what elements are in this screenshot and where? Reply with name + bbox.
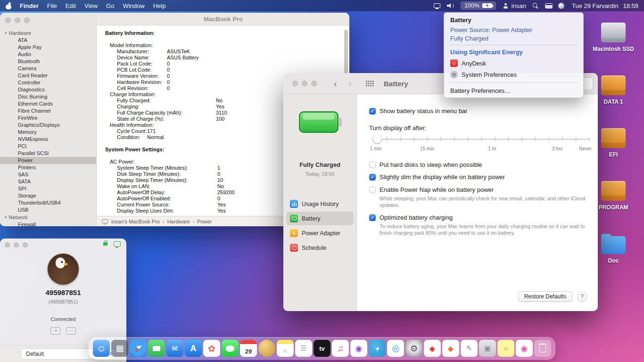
control-center-icon[interactable] (545, 3, 552, 9)
siri-icon[interactable] (558, 3, 564, 9)
tree-item[interactable]: ATA (0, 37, 96, 44)
dock-icon[interactable] (203, 340, 220, 357)
tree-item[interactable]: SPI (0, 185, 96, 192)
disclosure-triangle-icon[interactable] (5, 29, 7, 37)
tree-item[interactable]: Diagnostics (0, 86, 96, 93)
tree-item[interactable]: Apple Pay (0, 44, 96, 51)
desktop-icon[interactable]: Macintosh SSD (590, 23, 636, 52)
anydesk-titlebar[interactable] (0, 239, 126, 251)
sidebar-item[interactable]: Power Adapter (286, 226, 354, 240)
slider-knob[interactable] (373, 135, 381, 143)
anydesk-tray-icon[interactable] (434, 3, 440, 8)
help-button[interactable]: ? (577, 292, 587, 302)
menu-bar-date[interactable]: Tue 29 Farvardin (572, 2, 619, 9)
zoom-button[interactable] (24, 17, 30, 23)
file-transfer-icon[interactable] (50, 327, 60, 335)
tree-section-network[interactable]: Network (0, 214, 96, 221)
dock-icon[interactable] (405, 340, 422, 357)
checkbox-show-battery-status[interactable] (369, 108, 376, 115)
tree-item[interactable]: FireWire (0, 115, 96, 122)
minimize-button[interactable] (14, 242, 19, 247)
menu-item[interactable]: Go (106, 2, 114, 9)
tree-item[interactable]: Disc Burning (0, 93, 96, 100)
dock-icon[interactable] (295, 340, 312, 357)
dock-icon[interactable] (258, 340, 275, 357)
slider-track[interactable] (373, 139, 590, 140)
dock-icon[interactable] (148, 340, 165, 357)
checkbox-hard-disks-sleep[interactable] (369, 162, 376, 168)
close-button[interactable] (292, 81, 298, 86)
energy-app-item[interactable]: System Preferences (444, 69, 583, 80)
energy-app-item[interactable]: AnyDesk (444, 58, 583, 69)
menu-item[interactable]: Edit (66, 2, 76, 9)
tree-item[interactable]: Bluetooth (0, 58, 96, 65)
dock-icon[interactable] (534, 340, 551, 357)
menu-item[interactable]: Help (153, 2, 166, 9)
app-menu-name[interactable]: Finder (20, 2, 39, 9)
tree-item[interactable]: Card Reader (0, 72, 96, 79)
dock-icon[interactable] (497, 340, 514, 357)
tree-item[interactable]: Memory (0, 129, 96, 136)
spotlight-icon[interactable] (533, 3, 538, 8)
dock-icon[interactable] (111, 340, 128, 357)
dock-icon[interactable] (369, 340, 386, 357)
minimize-button[interactable] (302, 81, 307, 86)
tree-item[interactable]: Camera (0, 65, 96, 72)
tree-item[interactable]: USB (0, 206, 96, 214)
tree-item[interactable]: NVMExpress (0, 136, 96, 143)
tree-item[interactable]: Ethernet Cards (0, 100, 96, 107)
tree-item[interactable]: Parallel SCSI (0, 150, 96, 157)
dock-icon[interactable] (424, 340, 441, 357)
tree-item[interactable]: SAS (0, 171, 96, 178)
close-button[interactable] (5, 242, 10, 247)
chat-icon[interactable] (66, 327, 76, 335)
checkbox-optimized-charging[interactable] (369, 214, 376, 221)
sidebar-item[interactable]: Battery (286, 212, 354, 225)
tree-item[interactable]: Power (0, 157, 96, 164)
tree-item[interactable]: Printers (0, 164, 96, 171)
menu-bar-clock[interactable]: 18:59 (623, 2, 638, 9)
menu-item[interactable]: Window (123, 2, 144, 9)
dock-icon[interactable] (277, 340, 294, 357)
dock-icon[interactable] (516, 340, 533, 357)
battery-status-menu-extra[interactable]: 100% (461, 1, 496, 10)
apple-menu-icon[interactable] (6, 2, 11, 9)
zoom-button[interactable] (23, 242, 28, 247)
breadcrumb-item[interactable]: insan's MacBook Pro (111, 219, 165, 224)
tree-item[interactable]: Thunderbolt/USB4 (0, 199, 96, 206)
dock-icon[interactable] (93, 340, 110, 357)
breadcrumb-item[interactable]: Hardware (167, 219, 194, 224)
dock-icon[interactable] (350, 340, 367, 357)
tree-item[interactable]: Fibre Channel (0, 107, 96, 115)
dock-icon[interactable]: 29 (240, 340, 257, 357)
minimize-button[interactable] (15, 17, 20, 23)
checkbox-power-nap[interactable] (369, 187, 376, 193)
tree-item[interactable]: Graphics/Displays (0, 122, 96, 129)
dock-icon[interactable] (222, 340, 239, 357)
tree-item[interactable]: Controller (0, 79, 96, 86)
dock-icon[interactable] (130, 340, 147, 357)
dock-icon[interactable] (479, 340, 496, 357)
tree-item[interactable]: Storage (0, 192, 96, 199)
dock-icon[interactable] (461, 340, 478, 357)
show-all-preferences-icon[interactable] (366, 81, 373, 86)
tree-item[interactable]: Firewall (0, 221, 96, 226)
fast-user-switching-menu[interactable]: insan (503, 2, 526, 9)
battery-preferences-item[interactable]: Battery Preferences… (444, 85, 583, 95)
restore-defaults-button[interactable]: Restore Defaults (518, 291, 572, 302)
dock-icon[interactable] (442, 340, 459, 357)
menu-item[interactable]: View (84, 2, 98, 9)
dock-icon[interactable] (166, 340, 183, 357)
checkbox-dim-display[interactable] (369, 174, 376, 181)
remote-screen-icon[interactable] (114, 241, 121, 247)
sidebar-item[interactable]: Schedule (286, 241, 354, 255)
menu-item[interactable]: File (47, 2, 57, 9)
dock-icon[interactable] (332, 340, 349, 357)
dock-icon[interactable] (185, 340, 202, 357)
zoom-button[interactable] (311, 81, 317, 86)
dock-icon[interactable] (314, 340, 330, 357)
volume-icon[interactable] (447, 3, 454, 8)
disclosure-triangle-icon[interactable] (5, 214, 7, 221)
forward-button[interactable] (348, 79, 352, 88)
sidebar-item[interactable]: Usage History (286, 197, 354, 211)
